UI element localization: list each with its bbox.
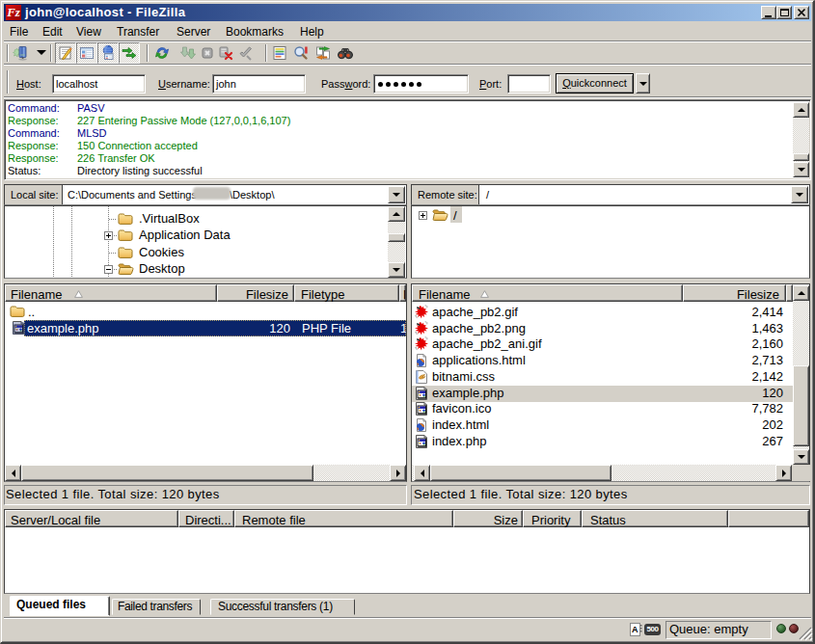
svg-text:A: A bbox=[632, 625, 638, 634]
